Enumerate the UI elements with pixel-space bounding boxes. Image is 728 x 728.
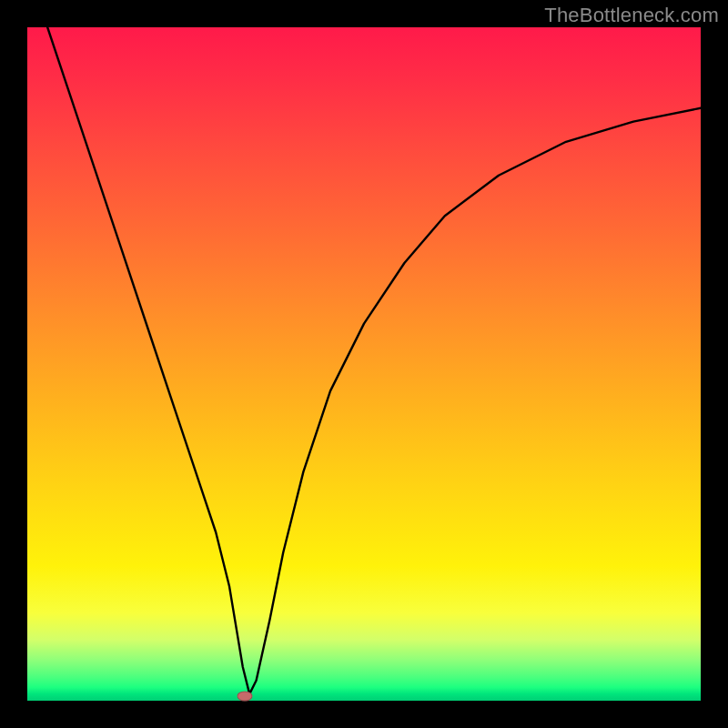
chart-frame: TheBottleneck.com — [0, 0, 728, 728]
watermark-label: TheBottleneck.com — [544, 4, 719, 27]
bottleneck-curve — [27, 27, 701, 701]
minimum-marker — [238, 691, 253, 701]
plot-area — [27, 27, 701, 701]
